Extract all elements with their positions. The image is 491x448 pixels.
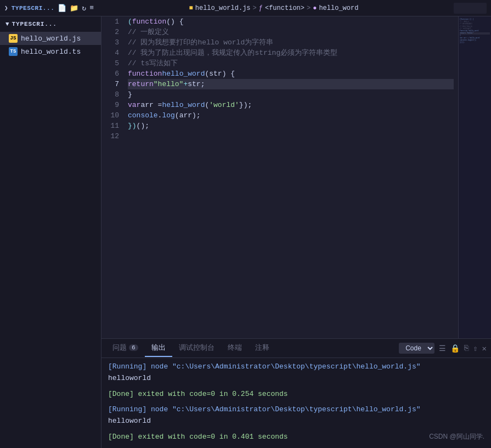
editor-area: 123456789101112 (function () { // 一般定义 /… — [101, 16, 491, 448]
tab-debug-console[interactable]: 调试控制台 — [172, 339, 221, 357]
terminal-line: helloworld — [108, 373, 484, 384]
code-line-7: return "hello" + str; — [128, 79, 454, 89]
tab-output[interactable]: 输出 — [145, 339, 172, 357]
refresh-icon[interactable]: ↻ — [82, 4, 86, 13]
tab-problems[interactable]: 问题 6 — [106, 339, 145, 357]
terminal-line: [Done] exited with code=0 in 0.254 secon… — [108, 389, 484, 400]
tab-problems-badge: 6 — [129, 344, 138, 351]
terminal-line: [Running] node "c:\Users\Administrator\D… — [108, 404, 484, 416]
terminal-blank — [108, 400, 484, 404]
code-select[interactable]: Code — [399, 343, 434, 354]
code-line-11: })(); — [128, 121, 454, 131]
new-file-icon[interactable]: 📄 — [58, 4, 66, 13]
terminal-line: [Running] node "c:\Users\Administrator\D… — [108, 361, 484, 373]
tab-problems-label: 问题 — [112, 343, 127, 353]
chevron-icon: ❯ — [4, 4, 8, 12]
breadcrumb-file[interactable]: hello_world.js — [195, 4, 251, 12]
sidebar-header: ▼ TYPESCRI... — [0, 16, 101, 32]
sidebar-item-label-js: hello_world.js — [21, 35, 81, 43]
breadcrumb-sep2: > — [307, 4, 311, 12]
watermark: CSDN @阿山同学. — [429, 432, 484, 441]
code-line-8: } — [128, 89, 454, 100]
breadcrumb-file-icon: ■ — [189, 4, 193, 12]
code-line-10: console.log(arr); — [128, 110, 454, 121]
breadcrumb-function-icon: ƒ — [259, 4, 263, 12]
breadcrumb-method-icon: ● — [313, 4, 317, 12]
js-file-icon: JS — [9, 34, 18, 43]
panel-lock-icon[interactable]: 🔒 — [450, 344, 460, 353]
terminal-blank — [108, 427, 484, 432]
panel-bottom: 问题 6 输出 调试控制台 终端 注释 Code — [101, 338, 491, 448]
panel-close-icon[interactable]: ✕ — [482, 344, 487, 353]
tab-comments-label: 注释 — [255, 343, 269, 353]
code-editor[interactable]: 123456789101112 (function () { // 一般定义 /… — [101, 16, 491, 338]
sidebar-title: TYPESCRI... — [12, 21, 57, 27]
tab-comments[interactable]: 注释 — [249, 339, 276, 357]
code-content[interactable]: (function () { // 一般定义 // 因为我想要打印的hello … — [123, 16, 458, 338]
sidebar-item-label-ts: hello_world.ts — [21, 48, 81, 56]
collapse-icon[interactable]: ≡ — [89, 4, 94, 12]
breadcrumb-function[interactable]: <function> — [265, 4, 304, 12]
panel-right-controls: Code ☰ 🔒 ⎘ ⇧ ✕ — [399, 343, 487, 354]
terminal-line: helloworld — [108, 416, 484, 427]
new-folder-icon[interactable]: 📁 — [70, 4, 78, 13]
code-line-9: var arr = hello_word('world'}); — [128, 100, 454, 110]
sidebar-item-hello-world-js[interactable]: JS hello_world.js — [0, 32, 101, 45]
breadcrumb-method[interactable]: hello_word — [319, 4, 358, 12]
ts-file-icon: TS — [9, 47, 18, 56]
tab-debug-label: 调试控制台 — [179, 343, 215, 353]
code-line-6: function hello_word(str) { — [128, 69, 454, 79]
explorer-section: ❯ TYPESCRI... 📄 📁 ↻ ≡ — [4, 4, 94, 13]
code-line-4: // 我为了防止出现问题，我规定传入的string必须为字符串类型 — [128, 48, 454, 58]
tab-terminal-label: 终端 — [228, 343, 242, 353]
code-line-12 — [128, 131, 454, 141]
minimap-thumbnail — [454, 3, 487, 14]
explorer-label: TYPESCRI... — [12, 5, 55, 12]
chevron-down-icon: ▼ — [5, 21, 9, 27]
code-line-2: // 一般定义 — [128, 27, 454, 37]
sidebar-item-hello-world-ts[interactable]: TS hello_world.ts — [0, 45, 101, 58]
code-line-5: // ts写法如下 — [128, 58, 454, 69]
breadcrumb: ■ hello_world.js > ƒ <function> > ● hell… — [98, 4, 449, 12]
panel-chevron-up-icon[interactable]: ⇧ — [473, 344, 477, 353]
panel-copy-icon[interactable]: ⎘ — [464, 344, 469, 353]
sidebar: ▼ TYPESCRI... JS hello_world.js TS hello… — [0, 16, 101, 448]
panel-tabs-bar: 问题 6 输出 调试控制台 终端 注释 Code — [101, 339, 491, 358]
main-area: ▼ TYPESCRI... JS hello_world.js TS hello… — [0, 16, 491, 448]
tab-terminal[interactable]: 终端 — [221, 339, 249, 357]
code-line-3: // 因为我想要打印的hello world为字符串 — [128, 37, 454, 48]
breadcrumb-sep1: > — [253, 4, 257, 12]
title-bar: ❯ TYPESCRI... 📄 📁 ↻ ≡ ■ hello_world.js >… — [0, 0, 491, 16]
terminal-blank — [108, 384, 484, 389]
watermark-text: CSDN @阿山同学. — [429, 433, 484, 440]
tab-output-label: 输出 — [151, 343, 166, 353]
minimap: (function () { // 一般定义 // 因为我想要打 // 我为了防… — [458, 16, 491, 338]
panel-list-icon[interactable]: ☰ — [439, 344, 446, 353]
code-line-1: (function () { — [128, 16, 454, 27]
terminal-line: [Done] exited with code=0 in 0.401 secon… — [108, 432, 484, 443]
line-numbers: 123456789101112 — [101, 16, 123, 338]
